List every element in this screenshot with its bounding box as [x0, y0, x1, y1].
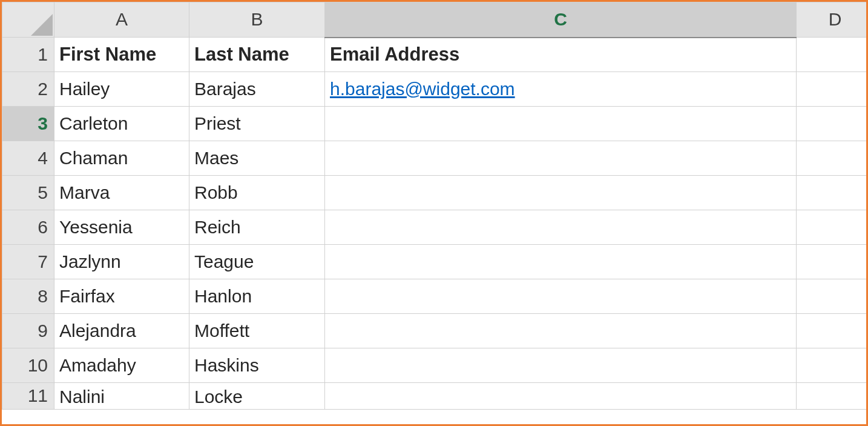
cell-b5[interactable]: Robb — [189, 176, 325, 210]
column-header-d[interactable]: D — [797, 2, 869, 38]
cell-b8[interactable]: Hanlon — [189, 279, 325, 314]
cell-c10[interactable] — [325, 348, 797, 383]
cell-c3[interactable] — [325, 107, 797, 141]
table-row: 11 Nalini Locke — [2, 383, 869, 410]
cell-c4[interactable] — [325, 141, 797, 176]
cell-d5[interactable] — [797, 176, 869, 210]
cell-d2[interactable] — [797, 72, 869, 107]
cell-a2[interactable]: Hailey — [54, 72, 189, 107]
row-header[interactable]: 6 — [2, 210, 54, 245]
table-row: 8 Fairfax Hanlon — [2, 279, 869, 314]
cell-a11[interactable]: Nalini — [54, 383, 189, 410]
row-header[interactable]: 8 — [2, 279, 54, 314]
cell-b7[interactable]: Teague — [189, 245, 325, 279]
cell-d9[interactable] — [797, 314, 869, 348]
row-header[interactable]: 5 — [2, 176, 54, 210]
table-row: 6 Yessenia Reich — [2, 210, 869, 245]
cell-c1[interactable]: Email Address — [325, 38, 797, 72]
cell-b6[interactable]: Reich — [189, 210, 325, 245]
spreadsheet-grid[interactable]: A B C D 1 First Name Last Name Email Add… — [2, 2, 868, 410]
cell-d8[interactable] — [797, 279, 869, 314]
cell-a3[interactable]: Carleton — [54, 107, 189, 141]
cell-b11[interactable]: Locke — [189, 383, 325, 410]
cell-d6[interactable] — [797, 210, 869, 245]
email-link[interactable]: h.barajas@widget.com — [330, 79, 515, 99]
column-header-row: A B C D — [2, 2, 869, 38]
column-header-c[interactable]: C — [325, 2, 797, 38]
table-row: 2 Hailey Barajas h.barajas@widget.com — [2, 72, 869, 107]
row-header[interactable]: 10 — [2, 348, 54, 383]
cell-c7[interactable] — [325, 245, 797, 279]
cell-b2[interactable]: Barajas — [189, 72, 325, 107]
cell-a9[interactable]: Alejandra — [54, 314, 189, 348]
column-header-a[interactable]: A — [54, 2, 189, 38]
cell-b10[interactable]: Haskins — [189, 348, 325, 383]
row-header[interactable]: 2 — [2, 72, 54, 107]
table-row: 3 Carleton Priest — [2, 107, 869, 141]
cell-a10[interactable]: Amadahy — [54, 348, 189, 383]
cell-c9[interactable] — [325, 314, 797, 348]
row-header[interactable]: 4 — [2, 141, 54, 176]
row-header[interactable]: 1 — [2, 38, 54, 72]
cell-b9[interactable]: Moffett — [189, 314, 325, 348]
row-header[interactable]: 7 — [2, 245, 54, 279]
cell-a6[interactable]: Yessenia — [54, 210, 189, 245]
cell-d1[interactable] — [797, 38, 869, 72]
cell-d3[interactable] — [797, 107, 869, 141]
cell-d10[interactable] — [797, 348, 869, 383]
spreadsheet-frame: A B C D 1 First Name Last Name Email Add… — [0, 0, 868, 426]
cell-a7[interactable]: Jazlynn — [54, 245, 189, 279]
cell-a1[interactable]: First Name — [54, 38, 189, 72]
cell-c11[interactable] — [325, 383, 797, 410]
cell-c8[interactable] — [325, 279, 797, 314]
cell-b3[interactable]: Priest — [189, 107, 325, 141]
table-row: 1 First Name Last Name Email Address — [2, 38, 869, 72]
table-row: 7 Jazlynn Teague — [2, 245, 869, 279]
table-row: 9 Alejandra Moffett — [2, 314, 869, 348]
select-all-corner[interactable] — [2, 2, 54, 38]
table-row: 5 Marva Robb — [2, 176, 869, 210]
row-header[interactable]: 11 — [2, 383, 54, 410]
row-header[interactable]: 9 — [2, 314, 54, 348]
cell-a4[interactable]: Chaman — [54, 141, 189, 176]
cell-c2[interactable]: h.barajas@widget.com — [325, 72, 797, 107]
table-row: 4 Chaman Maes — [2, 141, 869, 176]
cell-d7[interactable] — [797, 245, 869, 279]
cell-c6[interactable] — [325, 210, 797, 245]
cell-d11[interactable] — [797, 383, 869, 410]
svg-marker-0 — [31, 14, 53, 36]
row-header[interactable]: 3 — [2, 107, 54, 141]
cell-b4[interactable]: Maes — [189, 141, 325, 176]
cell-d4[interactable] — [797, 141, 869, 176]
cell-a8[interactable]: Fairfax — [54, 279, 189, 314]
select-all-triangle-icon — [31, 14, 53, 36]
cell-a5[interactable]: Marva — [54, 176, 189, 210]
table-row: 10 Amadahy Haskins — [2, 348, 869, 383]
column-header-b[interactable]: B — [189, 2, 325, 38]
cell-c5[interactable] — [325, 176, 797, 210]
cell-b1[interactable]: Last Name — [189, 38, 325, 72]
